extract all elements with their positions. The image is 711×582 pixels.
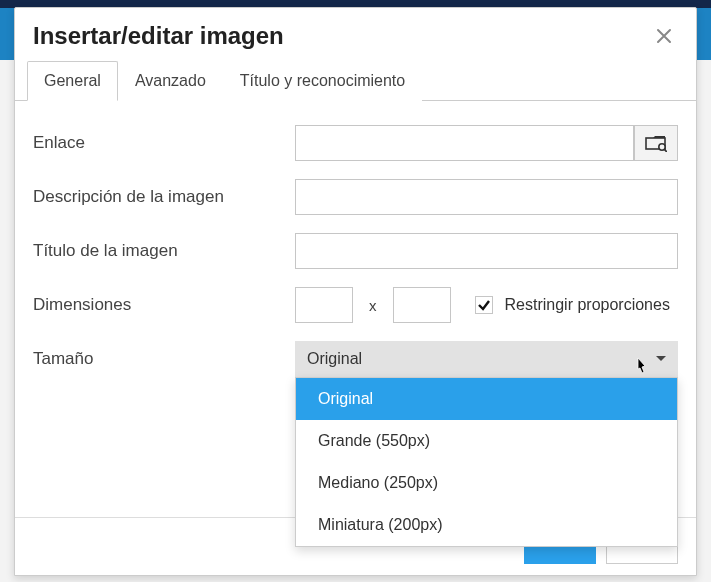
browse-icon — [645, 134, 667, 152]
check-icon — [477, 298, 491, 312]
width-input[interactable] — [295, 287, 353, 323]
height-input[interactable] — [393, 287, 451, 323]
link-input[interactable] — [295, 125, 634, 161]
tab-general[interactable]: General — [27, 61, 118, 101]
tab-title-acknowledgement[interactable]: Título y reconocimiento — [223, 61, 422, 101]
image-title-input[interactable] — [295, 233, 678, 269]
label-size: Tamaño — [33, 349, 295, 369]
size-option-thumbnail[interactable]: Miniatura (200px) — [296, 504, 677, 546]
close-icon — [656, 28, 672, 44]
svg-line-2 — [664, 149, 667, 152]
size-select[interactable]: Original Original Grande (550px) Mediano… — [295, 341, 678, 377]
label-link: Enlace — [33, 133, 295, 153]
dialog-title: Insertar/editar imagen — [33, 22, 284, 50]
browse-button[interactable] — [634, 125, 678, 161]
close-button[interactable] — [650, 22, 678, 50]
size-option-medium[interactable]: Mediano (250px) — [296, 462, 677, 504]
image-dialog: Insertar/editar imagen General Avanzado … — [14, 7, 697, 576]
constrain-label: Restringir proporciones — [505, 296, 670, 314]
tab-bar: General Avanzado Título y reconocimiento — [15, 60, 696, 101]
label-image-title: Título de la imagen — [33, 241, 295, 261]
chevron-down-icon — [656, 356, 666, 361]
size-selected-value: Original — [307, 350, 362, 368]
label-image-description: Descripción de la imagen — [33, 187, 295, 207]
image-description-input[interactable] — [295, 179, 678, 215]
size-option-original[interactable]: Original — [296, 378, 677, 420]
size-option-large[interactable]: Grande (550px) — [296, 420, 677, 462]
size-dropdown: Original Grande (550px) Mediano (250px) … — [295, 377, 678, 547]
constrain-checkbox[interactable] — [475, 296, 493, 314]
tab-advanced[interactable]: Avanzado — [118, 61, 223, 101]
dimension-separator: x — [369, 297, 377, 314]
label-dimensions: Dimensiones — [33, 295, 295, 315]
